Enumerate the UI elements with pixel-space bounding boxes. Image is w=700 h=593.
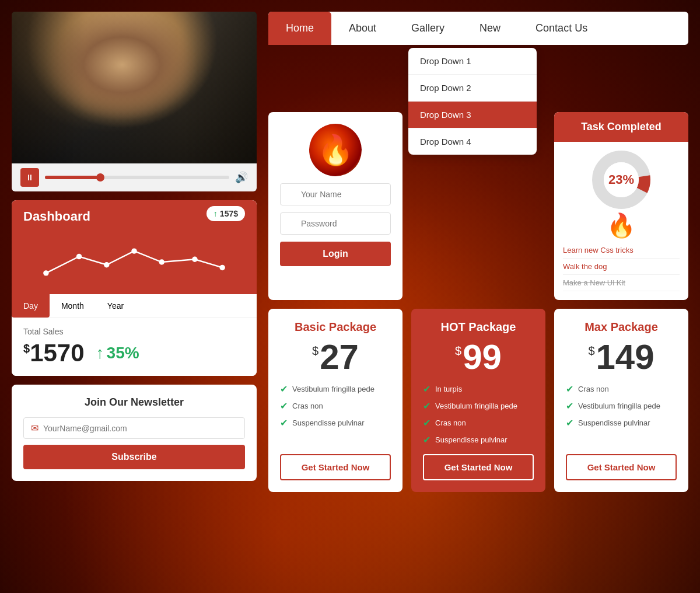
password-input-wrap: 🔒 [280,212,391,235]
hot-feature-3: ✔Cras non [423,414,534,431]
basic-package-card: Basic Package $ 27 ✔Vestibulum fringilla… [268,309,402,492]
dashboard-card: Dashboard ↑ 157$ [12,200,257,376]
basic-feature-2: ✔Cras non [280,397,391,414]
max-feature-1: ✔Cras non [566,381,677,397]
max-feature-2: ✔Vestibulum fringilla pede [566,397,677,414]
dropdown-item-2[interactable]: Drop Down 2 [408,75,537,102]
nav-item-contact[interactable]: Contact Us [518,12,605,45]
newsletter-card: Join Our Newsletter ✉ Subscribe [12,385,257,481]
tab-year[interactable]: Year [96,294,135,318]
tab-month[interactable]: Month [50,294,96,318]
video-controls: ⏸ 🔊 [12,163,257,191]
hot-price-num: 99 [463,340,502,375]
check-icon: ✔ [423,434,430,445]
task-item-3: Make a New Ui Kit [563,275,680,291]
video-thumbnail [12,12,257,163]
password-input[interactable] [280,212,391,235]
basic-price-num: 27 [320,340,359,375]
check-icon: ✔ [566,417,573,428]
check-icon: ✔ [423,383,430,395]
svg-point-3 [131,248,136,253]
hot-cta-button[interactable]: Get Started Now [423,454,534,480]
hot-price-symbol: $ [455,344,461,358]
basic-title: Basic Package [280,320,391,334]
dropdown-item-4[interactable]: Drop Down 4 [408,128,537,155]
login-card: 👤 🔒 Login [268,112,402,300]
max-title: Max Package [566,320,677,334]
task-list: Learn new Css tricks Walk the dog Make a… [563,242,680,291]
max-price: $ 149 [566,340,677,375]
left-column: ⏸ 🔊 Dashboard ↑ 157$ [12,12,257,492]
basic-feature-1: ✔Vestibulum fringilla pede [280,381,391,397]
subscribe-button[interactable]: Subscribe [23,445,245,469]
soldier-figure [12,12,257,163]
max-cta-button[interactable]: Get Started Now [566,454,677,480]
hot-feature-2: ✔Vestibulum fringilla pede [423,397,534,414]
svg-point-2 [104,262,109,267]
badge-arrow: ↑ [214,209,218,218]
email-input[interactable] [43,424,237,433]
hot-features: ✔In turpis ✔Vestibulum fringilla pede ✔C… [423,381,534,448]
basic-price-symbol: $ [312,344,318,358]
task-body: 23% 🔥 Learn new Css tricks Walk the dog … [554,142,688,300]
max-features: ✔Cras non ✔Vestibulum fringilla pede ✔Su… [566,381,677,448]
hot-feature-4: ✔Suspendisse pulvinar [423,431,534,448]
dropdown-item-1[interactable]: Drop Down 1 [408,48,537,75]
basic-features: ✔Vestibulum fringilla pede ✔Cras non ✔Su… [280,381,391,448]
tab-day[interactable]: Day [12,294,50,318]
basic-price: $ 27 [280,340,391,375]
login-button[interactable]: Login [280,242,391,266]
dashboard-header: Dashboard ↑ 157$ [12,200,257,294]
nav-item-home[interactable]: Home [268,12,331,45]
nav-item-about[interactable]: About [331,12,394,45]
check-icon: ✔ [280,383,288,395]
check-icon: ✔ [566,383,573,395]
nav-section: Home About Gallery New Contact Us Drop D… [268,12,688,45]
max-price-symbol: $ [588,344,594,358]
price-symbol: $ [23,342,30,355]
check-icon: ✔ [280,400,288,411]
nav-item-gallery[interactable]: Gallery [394,12,462,45]
dashboard-badge: ↑ 157$ [206,206,245,221]
progress-bar[interactable] [45,176,229,179]
progress-fill [45,176,100,179]
chart-svg [35,230,233,294]
stat-percent: ↑ 35% [96,344,139,362]
video-player: ⏸ 🔊 [12,12,257,191]
task-card: Task Completed 23% [554,112,688,300]
volume-icon[interactable]: 🔊 [235,171,248,184]
dashboard-tabs: Day Month Year [12,294,257,318]
hot-title: HOT Package [423,320,534,334]
dropdown-item-3[interactable]: Drop Down 3 [408,102,537,128]
dashboard-stats: Total Sales $1570 ↑ 35% [12,318,257,376]
task-header: Task Completed [554,112,688,142]
dropdown-menu-container: Drop Down 1 Drop Down 2 Drop Down 3 Drop… [408,48,537,155]
email-icon: ✉ [31,423,38,434]
pause-button[interactable]: ⏸ [20,168,39,187]
task-item-1: Learn new Css tricks [563,242,680,259]
hot-price: $ 99 [423,340,534,375]
email-input-wrap: ✉ [23,417,245,439]
name-input-wrap: 👤 [280,183,391,205]
task-item-2: Walk the dog [563,259,680,275]
max-price-num: 149 [596,340,654,375]
basic-cta-button[interactable]: Get Started Now [280,454,391,480]
check-icon: ✔ [423,400,430,411]
avatar [309,124,362,176]
stats-label: Total Sales [23,327,245,336]
dropdown-menu: Drop Down 1 Drop Down 2 Drop Down 3 Drop… [408,48,537,155]
nav-item-new[interactable]: New [462,12,518,45]
right-side: Home About Gallery New Contact Us Drop D… [268,12,688,492]
svg-point-5 [192,257,197,262]
stat-price: $1570 [23,339,85,367]
max-feature-3: ✔Suspendisse pulvinar [566,414,677,431]
nav-bar: Home About Gallery New Contact Us [268,12,688,45]
hot-package-card: HOT Package $ 99 ✔In turpis ✔Vestibulum … [411,309,545,492]
check-icon: ✔ [280,417,288,428]
newsletter-title: Join Our Newsletter [23,396,245,409]
svg-point-1 [76,254,82,259]
flame-icon: 🔥 [563,212,680,239]
pricing-row: Basic Package $ 27 ✔Vestibulum fringilla… [268,309,688,492]
basic-feature-3: ✔Suspendisse pulvinar [280,414,391,431]
name-input[interactable] [280,183,391,205]
